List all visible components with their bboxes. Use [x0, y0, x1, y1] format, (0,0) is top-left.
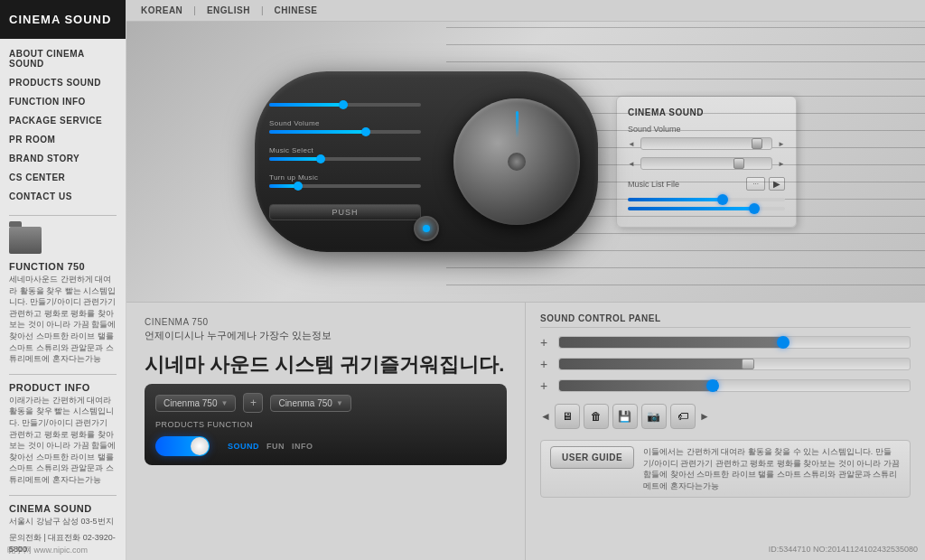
- device-slider-row-3: Music Select: [269, 146, 421, 161]
- cp-blue-slider-2[interactable]: [628, 207, 785, 210]
- sidebar-logo: CINEMA SOUND: [0, 0, 126, 39]
- scp-slider-row-3: +: [540, 378, 911, 393]
- select-arrow-2: ▼: [336, 399, 343, 407]
- scp-icons-row: ◄ 🖥 🗑 💾 📷 🏷 ►: [540, 400, 911, 433]
- sidebar-item-package[interactable]: PACKAGE SERVICE: [0, 111, 126, 130]
- device-left-panel: Sound Volume Music Select Turn: [255, 85, 435, 238]
- scp-track-2[interactable]: [558, 358, 911, 370]
- user-guide-text: 이들에서는 간편하게 대여라 활동을 찾을 수 있는 시스템입니다. 만들기/아…: [643, 446, 901, 491]
- main-volume-knob[interactable]: [453, 98, 580, 225]
- sidebar-item-about[interactable]: ABOUT CINEMA SOUND: [0, 44, 126, 73]
- scp-icon-camera[interactable]: 📷: [641, 404, 667, 429]
- scp-icon-monitor[interactable]: 🖥: [555, 404, 580, 429]
- product-desc: 이래가라는 간편하게 대여라 활동을 찾우 빨는 시스템입니다. 만들기/아이디…: [0, 395, 126, 491]
- main-content: KOREAN | ENGLISH | CHINESE Sound Volume: [126, 0, 925, 560]
- lang-chinese[interactable]: CHINESE: [275, 5, 318, 15]
- scp-plus-1: +: [540, 335, 551, 350]
- sidebar-divider2: [9, 374, 117, 375]
- scp-slider-row-1: +: [540, 335, 911, 350]
- sidebar-divider3: [9, 495, 117, 496]
- device-slider-row-2: Sound Volume: [269, 119, 421, 134]
- product-selectors-row: Cinenma 750 ▼ + Cinenma 750 ▼: [155, 393, 496, 413]
- cp-slider-row-1: ◄ ►: [628, 137, 785, 150]
- lang-korean[interactable]: KOREAN: [141, 5, 182, 15]
- device-label-music: Music Select: [269, 146, 421, 154]
- sidebar-item-function[interactable]: FUNCTION INFO: [0, 92, 126, 111]
- sidebar-item-pr[interactable]: PR ROOM: [0, 130, 126, 149]
- scp-title: SOUND CONTROL PANEL: [540, 313, 911, 328]
- folder-icon: [9, 227, 42, 254]
- sidebar-item-products[interactable]: PRODUCTS SOUND: [0, 73, 126, 92]
- toggle-switch[interactable]: [155, 436, 210, 456]
- cinema-addr1: 서울시 강남구 삼성 03-5번지: [0, 516, 126, 533]
- user-guide-section: USER GUIDE 이들에서는 간편하게 대여라 활동을 찾을 수 있는 시스…: [540, 440, 911, 498]
- device-slider-row-1: [269, 103, 421, 107]
- select-arrow-1: ▼: [220, 399, 228, 407]
- knob-indicator: [516, 111, 519, 138]
- device-label-sound: Sound Volume: [269, 119, 421, 127]
- power-led: [423, 225, 430, 232]
- product-add-button[interactable]: +: [243, 393, 263, 413]
- cinema-addr2: 문의전화 | 대표전화 02-3920-5800: [0, 532, 126, 560]
- sidebar-divider: [9, 215, 117, 216]
- top-bar: KOREAN | ENGLISH | CHINESE: [126, 0, 925, 22]
- device-push-button[interactable]: PUSH: [269, 204, 421, 220]
- device-slider-3[interactable]: [269, 157, 421, 161]
- sidebar-item-contact[interactable]: CONTACT US: [0, 187, 126, 206]
- sidebar-folder-icon-row: [9, 227, 117, 254]
- product-title: PRODUCT INFO: [0, 378, 126, 395]
- cinema-title: CINEMA SOUND: [0, 499, 126, 516]
- func-btn-info[interactable]: INFO: [292, 442, 313, 451]
- product-select-2[interactable]: Cinenma 750 ▼: [270, 395, 350, 412]
- func-btn-sound[interactable]: SOUND: [228, 442, 259, 451]
- cp-thumb-2: [733, 158, 744, 169]
- bottom-left: CINENMA 750 언제이디시나 누구에게나 가장수 있는정보 시네마 사운…: [126, 303, 526, 560]
- lang-sep2: |: [261, 5, 264, 15]
- product-toggle-row: SOUND FUN INFO: [155, 436, 496, 456]
- device-slider-2[interactable]: [269, 130, 421, 134]
- cp-slider-row-2: ◄ ►: [628, 157, 785, 170]
- product-func-btns: SOUND FUN INFO: [228, 442, 313, 451]
- lang-english[interactable]: ENGLISH: [207, 5, 250, 15]
- sidebar-item-brand[interactable]: BRAND STORY: [0, 149, 126, 168]
- device-slider-1[interactable]: [269, 103, 421, 107]
- func-btn-fun[interactable]: FUN: [266, 442, 285, 451]
- cp-track-1[interactable]: [640, 137, 772, 150]
- scp-track-1[interactable]: [558, 336, 911, 349]
- bottom-subtitle: 언제이디시나 누구에게나 가장수 있는정보: [145, 329, 507, 342]
- sidebar-nav: ABOUT CINEMA SOUND PRODUCTS SOUND FUNCTI…: [0, 39, 126, 211]
- product-selector: Cinenma 750 ▼ + Cinenma 750 ▼ PRODUCTS F…: [145, 384, 507, 465]
- audio-device: Sound Volume Music Select Turn: [255, 71, 598, 252]
- knob-center: [508, 153, 526, 171]
- cp-track-2[interactable]: [640, 157, 772, 170]
- product-select-1[interactable]: Cinenma 750 ▼: [155, 395, 236, 412]
- bottom-section: CINENMA 750 언제이디시나 누구에게나 가장수 있는정보 시네마 사운…: [126, 302, 925, 560]
- device-label-turnup: Turn up Music: [269, 173, 421, 182]
- function-desc: 세네마사운드 간편하게 대여라 활동을 찾우 빨는 시스템입니다. 만들기/아이…: [0, 274, 126, 370]
- scp-nav-right[interactable]: ►: [699, 410, 710, 423]
- scp-icon-tag[interactable]: 🏷: [670, 404, 696, 429]
- product-select-2-label: Cinenma 750: [278, 398, 332, 408]
- products-function-label: PRODUCTS FUNCTION: [155, 420, 496, 429]
- scp-nav-left[interactable]: ◄: [540, 410, 551, 423]
- scp-icon-save[interactable]: 💾: [612, 404, 638, 429]
- device-slider-4[interactable]: [269, 184, 421, 188]
- scp-icon-trash[interactable]: 🗑: [584, 404, 609, 429]
- cp-thumb-1: [752, 138, 762, 149]
- scp-slider-row-2: +: [540, 357, 911, 371]
- function-title: FUNCTION 750: [0, 257, 126, 274]
- power-button[interactable]: [414, 216, 439, 241]
- device-slider-row-4: Turn up Music: [269, 173, 421, 188]
- cp-blue-slider-1[interactable]: [628, 198, 785, 201]
- sidebar-item-cs[interactable]: CS CENTER: [0, 168, 126, 187]
- toggle-knob: [191, 437, 209, 455]
- product-label: CINENMA 750: [145, 317, 507, 327]
- product-select-1-label: Cinenma 750: [164, 398, 217, 408]
- scp-track-3[interactable]: [558, 379, 911, 392]
- lang-sep1: |: [193, 5, 196, 15]
- sidebar: CINEMA SOUND ABOUT CINEMA SOUND PRODUCTS…: [0, 0, 126, 560]
- scp-plus-3: +: [540, 378, 551, 393]
- bottom-main-title: 시네마 사운드 시스템 귀기즐거워집니다.: [145, 353, 507, 377]
- user-guide-button[interactable]: USER GUIDE: [550, 446, 634, 469]
- bottom-right: SOUND CONTROL PANEL + + +: [526, 303, 925, 560]
